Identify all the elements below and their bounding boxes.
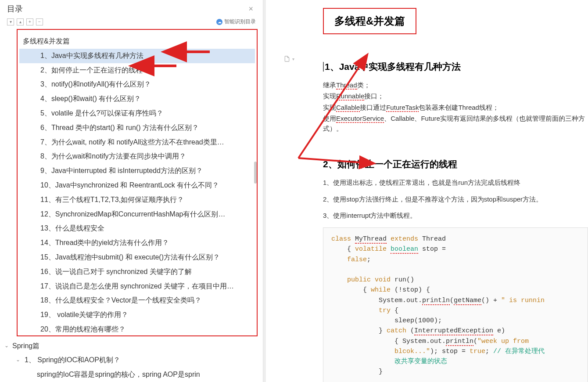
paragraph: 继承Thread类；: [323, 80, 588, 90]
sidebar-header: 目录 ×: [0, 0, 263, 16]
toc-section-header[interactable]: ⌄ 多线程&并发篇: [19, 34, 255, 49]
section-heading-2: 2、如何停止一个正在运行的线程: [323, 158, 588, 170]
toc-item[interactable]: ⌄ 1、 Spring的IOC和AOP机制？: [0, 353, 263, 368]
expand-all-icon[interactable]: ▾: [7, 18, 14, 25]
text-cursor: [323, 62, 324, 72]
scrollbar[interactable]: [254, 162, 257, 184]
list-item: 3、使用interrupt方法中断线程。: [323, 210, 588, 220]
toc-item[interactable]: 6、Thread 类中的start() 和 run() 方法有什么区别？: [19, 121, 255, 135]
toc-item[interactable]: 14、Thread类中的yield方法有什么作用？: [19, 236, 255, 250]
toc-item[interactable]: 9、Java中interrupted 和 isInterruptedd方法的区别…: [19, 164, 255, 178]
toc-item[interactable]: 13、什么是线程安全: [19, 221, 255, 236]
code-block: class MyThread extends Thread { volatile…: [323, 227, 588, 382]
list-item: 1、使用退出标志，使线程正常退出，也就是当run方法完成后线程终: [323, 177, 588, 187]
toc-item[interactable]: 18、什么是线程安全？Vector是一个线程安全类吗？: [19, 293, 255, 308]
chevron-down-icon: ⌄: [16, 356, 20, 364]
toc-item[interactable]: 12、SynchronizedMap和ConcurrentHashMap有什么区…: [19, 207, 255, 222]
smart-toc-label: 智能识别目录: [224, 18, 256, 25]
document-title-box: 多线程&并发篇: [323, 8, 416, 34]
chevron-down-icon: ▾: [292, 57, 294, 61]
toc-tree: ⌄ 多线程&并发篇 1、Java中实现多线程有几种方法 2、如何停止一个正在运行…: [18, 30, 257, 335]
document-title: 多线程&并发篇: [334, 14, 405, 28]
toc-item[interactable]: 5、volatile 是什么?可以保证有序性吗？: [19, 106, 255, 121]
toc-item[interactable]: 10、Java中synchronized 和 ReentrantLock 有什么…: [19, 178, 255, 193]
toc-item[interactable]: 19、 volatile关键字的作用？: [19, 308, 255, 322]
toc-sidebar: 目录 × ▾ ▴ + − ☁ 智能识别目录 ⌄ 多线程&并发篇 1、Java中实…: [0, 0, 263, 382]
toc-item[interactable]: 11、有三个线程T1,T2,T3,如何保证顺序执行？: [19, 193, 255, 207]
sidebar-toolbar: ▾ ▴ + − ☁ 智能识别目录: [0, 16, 263, 29]
toolbar-left: ▾ ▴ + −: [7, 18, 43, 25]
toc-section-header[interactable]: ⌄ Spring篇: [0, 339, 263, 353]
document-content: 多线程&并发篇 ▾ 1、Java中实现多线程有几种方法 继承Thread类； 实…: [263, 0, 588, 382]
paragraph: 使用ExecutorService、Callable、Future实现有返回结果…: [323, 113, 588, 134]
list-item: 2、使用stop方法强行终止，但是不推荐这个方法，因为stop和susper方法…: [323, 194, 588, 204]
toc-item[interactable]: 15、Java线程池中submit() 和 execute()方法有什么区别？: [19, 250, 255, 265]
numbered-list: 1、使用退出标志，使线程正常退出，也就是当run方法完成后线程终 2、使用sto…: [323, 177, 588, 220]
toc-item[interactable]: 7、为什么wait, notify 和 notifyAll这些方法不在threa…: [19, 135, 255, 150]
toc-item[interactable]: 4、sleep()和wait() 有什么区别？: [19, 92, 255, 106]
toc-item[interactable]: 20、常用的线程池有哪些？: [19, 322, 255, 335]
toc-item[interactable]: 8、为什么wait和notify方法要在同步块中调用？: [19, 149, 255, 164]
toc-item[interactable]: 2、如何停止一个正在运行的线程: [19, 63, 255, 78]
toc-item[interactable]: 16、说一说自己对于 synchronized 关键字的了解: [19, 265, 255, 279]
sidebar-title: 目录: [7, 4, 23, 14]
content-body: 1、Java中实现多线程有几种方法 继承Thread类； 实现Runnable接…: [323, 61, 588, 382]
toc-item[interactable]: 17、说说自己是怎么使用 synchronized 关键字，在项目中用…: [19, 279, 255, 294]
smart-toc-button[interactable]: ☁ 智能识别目录: [216, 18, 256, 25]
toc-other-sections: ⌄ Spring篇 ⌄ 1、 Spring的IOC和AOP机制？ spring的…: [0, 336, 263, 382]
smart-toc-icon: ☁: [216, 19, 222, 25]
section-heading-1: 1、Java中实现多线程有几种方法: [323, 61, 588, 73]
toc-item[interactable]: 3、notify()和notifyAll()有什么区别？: [19, 77, 255, 92]
remove-icon[interactable]: −: [36, 18, 43, 25]
toc-item[interactable]: 1、Java中实现多线程有几种方法: [19, 49, 255, 63]
toc-framed-section: ⌄ 多线程&并发篇 1、Java中实现多线程有几种方法 2、如何停止一个正在运行…: [17, 29, 258, 336]
paragraph: 实现Callable接口通过FutureTask包装器来创建Thread线程；: [323, 102, 588, 112]
paragraph: 实现Runnable接口；: [323, 91, 588, 101]
close-icon[interactable]: ×: [246, 4, 256, 14]
collapse-all-icon[interactable]: ▴: [17, 18, 24, 25]
toc-snippet: spring的IoC容器是spring的核心，spring AOP是sprin: [0, 368, 263, 382]
add-icon[interactable]: +: [26, 18, 33, 25]
chevron-down-icon: ⌄: [4, 342, 9, 350]
page-margin-icon[interactable]: ▾: [283, 55, 294, 62]
